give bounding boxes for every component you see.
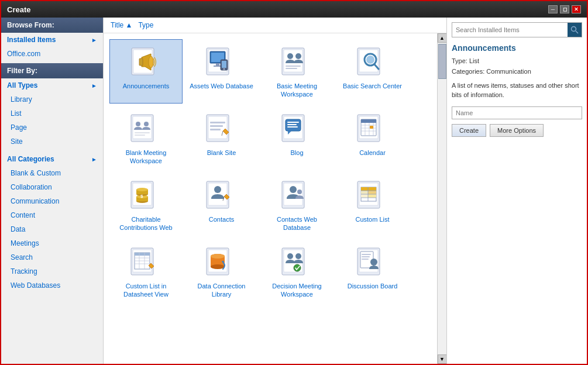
sidebar-item-all-types[interactable]: All Types ►: [1, 78, 103, 92]
svg-rect-89: [135, 253, 150, 256]
item-label-blog: Blog: [290, 149, 303, 157]
item-label-decision-meeting-workspace: Decision Meeting Workspace: [263, 282, 331, 299]
scroll-thumb[interactable]: [438, 44, 446, 79]
svg-point-100: [211, 264, 225, 269]
grid-item-contacts-web-database[interactable]: Contacts Web Database: [260, 173, 333, 237]
sidebar-item-all-categories[interactable]: All Categories ►: [1, 152, 103, 166]
svg-point-67: [214, 186, 221, 193]
grid-item-basic-search-center[interactable]: Basic Search Center: [336, 39, 409, 104]
sidebar-item-meetings[interactable]: Meetings: [1, 236, 103, 250]
svg-point-73: [297, 190, 302, 194]
panel-description: A list of news items, statuses and other…: [452, 81, 582, 99]
browse-header: Browse From:: [1, 18, 103, 33]
svg-rect-43: [287, 124, 297, 125]
grid-item-blank-meeting-workspace[interactable]: Blank Meeting Workspace: [109, 106, 183, 170]
item-label-custom-list: Custom List: [355, 215, 389, 223]
grid-item-discussion-board[interactable]: Discussion Board: [336, 239, 409, 304]
grid-scroll[interactable]: Announcements: [104, 33, 437, 364]
more-options-button[interactable]: More Options: [490, 124, 544, 137]
svg-point-27: [136, 122, 140, 126]
svg-rect-111: [362, 254, 371, 255]
item-label-basic-search-center: Basic Search Center: [343, 82, 402, 90]
search-box: [452, 22, 582, 37]
name-input[interactable]: [452, 106, 582, 119]
grid-item-announcements[interactable]: Announcements: [109, 39, 183, 104]
sort-title[interactable]: Title ▲: [111, 21, 132, 29]
svg-text:$: $: [140, 194, 143, 199]
grid-item-blank-site[interactable]: Blank Site: [185, 106, 258, 170]
svg-rect-48: [361, 119, 376, 123]
grid-item-custom-list[interactable]: Custom List: [336, 173, 409, 237]
svg-rect-78: [368, 191, 376, 194]
item-label-assets-web-database: Assets Web Database: [190, 82, 253, 90]
scroll-up-button[interactable]: ▲: [438, 33, 447, 43]
all-categories-chevron: ►: [91, 156, 97, 163]
sidebar-item-page[interactable]: Page: [1, 120, 103, 135]
installed-chevron: ►: [91, 37, 97, 43]
grid-item-contacts[interactable]: Contacts: [185, 173, 258, 237]
restore-button[interactable]: ◻: [560, 5, 569, 13]
svg-point-114: [370, 259, 377, 266]
svg-rect-9: [216, 63, 219, 66]
sidebar-item-data[interactable]: Data: [1, 222, 103, 236]
grid-item-assets-web-database[interactable]: Assets Web Database: [185, 39, 258, 104]
scroll-down-button[interactable]: ▼: [438, 354, 447, 364]
grid-item-blog[interactable]: Blog: [260, 106, 333, 170]
search-input[interactable]: [452, 24, 568, 36]
sidebar-item-office[interactable]: Office.com: [1, 47, 103, 61]
charitable-contributions-icon: $: [126, 178, 167, 213]
sidebar-item-communication[interactable]: Communication: [1, 194, 103, 208]
create-button[interactable]: Create: [452, 124, 486, 137]
sidebar-item-collaboration[interactable]: Collaboration: [1, 180, 103, 194]
svg-line-116: [576, 31, 578, 33]
window-controls: ─ ◻ ✕: [548, 5, 581, 13]
sidebar-item-site[interactable]: Site: [1, 135, 103, 149]
svg-rect-29: [135, 132, 150, 133]
blank-site-icon: [201, 111, 242, 146]
assets-web-database-icon: [201, 44, 242, 80]
grid-item-data-connection-library[interactable]: Data Connection Library: [185, 239, 258, 304]
sidebar-item-search[interactable]: Search: [1, 250, 103, 264]
svg-point-28: [144, 122, 149, 126]
sidebar-item-web-databases[interactable]: Web Databases: [1, 278, 103, 292]
svg-rect-44: [287, 126, 298, 128]
grid-item-charitable-contributions[interactable]: $ Charitable Contributions Web: [109, 173, 183, 237]
svg-point-23: [366, 56, 374, 64]
svg-rect-34: [210, 125, 223, 127]
sidebar-item-tracking[interactable]: Tracking: [1, 264, 103, 278]
scrollbar[interactable]: ▲ ▼: [437, 33, 446, 364]
sidebar-item-content[interactable]: Content: [1, 208, 103, 222]
grid-item-custom-list-datasheet[interactable]: Custom List in Datasheet View: [109, 239, 183, 304]
sidebar-item-installed[interactable]: Installed Items ►: [1, 33, 103, 47]
item-label-contacts: Contacts: [209, 215, 234, 223]
svg-point-63: [136, 188, 148, 191]
grid-item-basic-meeting-workspace[interactable]: Basic Meeting Workspace: [260, 39, 333, 104]
svg-rect-3: [139, 58, 143, 66]
sort-type[interactable]: Type: [138, 21, 153, 29]
sidebar-item-library[interactable]: Library: [1, 92, 103, 106]
svg-rect-33: [210, 122, 225, 123]
announcements-icon: [126, 44, 167, 80]
close-button[interactable]: ✕: [572, 5, 581, 13]
grid-item-calendar[interactable]: Calendar: [336, 106, 409, 170]
calendar-icon: [352, 111, 393, 146]
svg-point-101: [211, 254, 225, 259]
item-label-discussion-board: Discussion Board: [348, 282, 398, 290]
data-connection-library-icon: [201, 245, 242, 280]
sidebar-item-blank-custom[interactable]: Blank & Custom: [1, 166, 103, 180]
panel-title: Announcements: [452, 43, 582, 53]
svg-point-106: [295, 253, 301, 259]
contacts-icon: [201, 178, 242, 213]
grid-item-decision-meeting-workspace[interactable]: Decision Meeting Workspace: [260, 239, 333, 304]
svg-point-4: [149, 56, 153, 68]
decision-meeting-workspace-icon: [277, 245, 318, 280]
svg-rect-19: [286, 68, 297, 69]
minimize-button[interactable]: ─: [548, 5, 558, 13]
svg-rect-42: [287, 122, 299, 123]
custom-list-icon: [352, 178, 393, 213]
sidebar-item-list[interactable]: List: [1, 106, 103, 120]
svg-point-72: [290, 186, 297, 193]
svg-point-107: [294, 264, 301, 271]
basic-search-center-icon: [352, 44, 393, 80]
search-button[interactable]: [568, 23, 582, 37]
